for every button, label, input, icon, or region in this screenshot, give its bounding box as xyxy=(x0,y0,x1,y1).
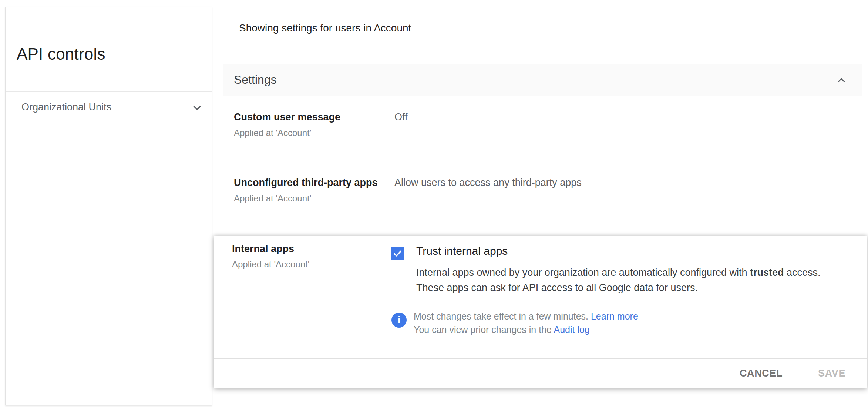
setting-label: Unconfigured third-party apps xyxy=(234,177,378,188)
org-units-selector[interactable]: Organizational Units xyxy=(6,92,212,124)
org-units-label: Organizational Units xyxy=(21,101,111,113)
notice-line2-text: You can view prior changes in the xyxy=(414,324,554,335)
description-prefix: Internal apps owned by your organization… xyxy=(416,267,750,278)
change-notice: Most changes take effect in a few minute… xyxy=(414,310,638,336)
setting-applied-at: Applied at 'Account' xyxy=(234,128,311,138)
page: API controls Organizational Units Showin… xyxy=(0,0,868,411)
scope-text: Showing settings for users in Account xyxy=(239,22,411,34)
chevron-down-icon[interactable] xyxy=(190,101,204,115)
trust-internal-apps-label: Trust internal apps xyxy=(416,245,508,257)
learn-more-link[interactable]: Learn more xyxy=(591,311,638,321)
info-icon: i xyxy=(391,313,407,328)
settings-card-header[interactable]: Settings xyxy=(223,64,862,96)
settings-card: Settings Custom user message Off Applied… xyxy=(223,64,862,233)
trust-internal-apps-checkbox[interactable] xyxy=(391,247,404,260)
description-line2: These apps can ask for API access to all… xyxy=(416,280,821,295)
notice-line1-text: Most changes take effect in a few minute… xyxy=(414,311,591,321)
audit-log-link[interactable]: Audit log xyxy=(554,324,590,335)
setting-applied-at: Applied at 'Account' xyxy=(232,259,309,270)
panel-actions: CANCEL SAVE xyxy=(738,358,847,388)
internal-apps-panel: Internal apps Applied at 'Account' Trust… xyxy=(214,236,867,388)
description-bold-word: trusted xyxy=(750,267,784,278)
setting-label: Custom user message xyxy=(234,111,340,123)
setting-label: Internal apps xyxy=(232,243,294,255)
description-suffix: access. xyxy=(784,267,821,278)
scope-bar: Showing settings for users in Account xyxy=(223,7,862,49)
save-button[interactable]: SAVE xyxy=(817,365,847,382)
page-title: API controls xyxy=(17,45,105,63)
chevron-up-icon[interactable] xyxy=(835,74,848,87)
setting-value: Allow users to access any third-party ap… xyxy=(394,177,582,188)
trust-internal-apps-description: Internal apps owned by your organization… xyxy=(416,265,821,295)
checkmark-icon xyxy=(392,248,403,259)
sidebar-card: API controls Organizational Units xyxy=(5,7,212,405)
setting-value: Off xyxy=(394,111,408,123)
settings-card-title: Settings xyxy=(234,73,277,87)
setting-applied-at: Applied at 'Account' xyxy=(234,193,311,204)
cancel-button[interactable]: CANCEL xyxy=(738,365,784,382)
